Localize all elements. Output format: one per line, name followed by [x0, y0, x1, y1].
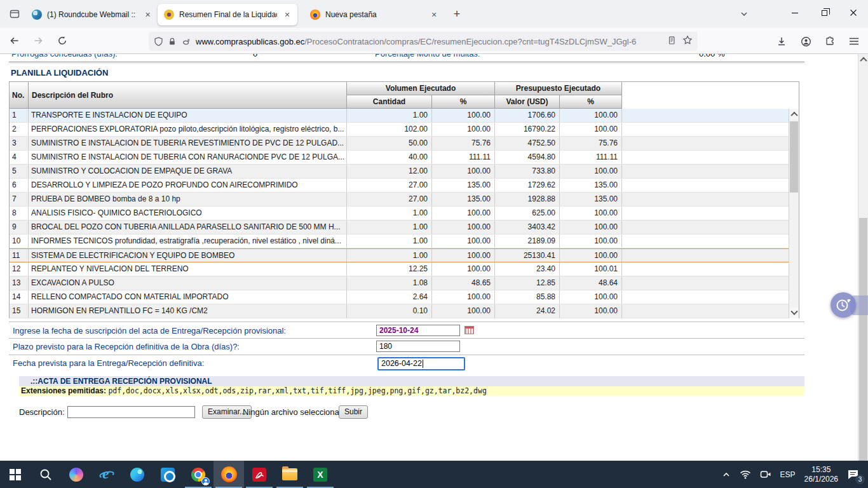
taskbar-search-icon[interactable] [31, 461, 61, 488]
scrollbar-thumb[interactable] [790, 121, 798, 193]
permissions-icon[interactable] [181, 37, 191, 46]
table-scrollbar[interactable] [789, 109, 799, 318]
table-row[interactable]: 6DESARROLLO Y LIMPIEZA DE POZO PROFUNDO … [10, 179, 789, 193]
taskbar-firefox-icon[interactable] [214, 461, 244, 488]
table-row[interactable]: 3SUMINISTRO E INSTALACION DE TUBERIA REV… [10, 137, 789, 151]
tab-title: Nueva pestaña [325, 10, 423, 19]
scroll-up-icon[interactable] [789, 109, 799, 119]
bookmark-star-icon[interactable] [682, 35, 693, 48]
downloads-icon[interactable] [771, 32, 792, 51]
url-bar[interactable]: www.compraspublicas.gob.ec/ProcesoContra… [149, 32, 698, 51]
planilla-table: No. Descripción del Rubro Volumen Ejecut… [9, 81, 799, 318]
row-cantidad: 1.08 [347, 276, 432, 290]
forward-button[interactable] [28, 31, 48, 50]
tab-roundcube[interactable]: (1) Roundcube Webmail :: Entra ✕ [25, 4, 158, 25]
row-no: 15 [10, 304, 29, 318]
row-descripcion: EXCAVACION A PULSO [29, 276, 347, 290]
language-indicator[interactable]: ESP [776, 461, 800, 488]
taskbar-copilot-icon[interactable] [61, 461, 92, 488]
tab-resumen-liquidacion[interactable]: Resumen Final de la Liquidación ✕ [158, 4, 297, 25]
table-row[interactable]: 9BROCAL DEL POZO CON TUBERIA ANILLADA PA… [10, 220, 789, 234]
row-no: 2 [10, 123, 29, 136]
table-row[interactable]: 5SUMINISTRO Y COLOCACION DE EMPAQUE DE G… [10, 165, 789, 179]
row-presupuesto-pct: 48.64 [560, 276, 622, 290]
tracking-shield-icon[interactable] [154, 37, 163, 46]
tab-close-icon[interactable]: ✕ [143, 9, 153, 20]
descripcion-input[interactable] [67, 406, 195, 418]
row-presupuesto-pct: 100.01 [560, 262, 622, 276]
subir-button[interactable]: Subir [339, 405, 368, 419]
scroll-down-icon[interactable] [789, 308, 799, 318]
notification-center-icon[interactable]: 3 [843, 461, 864, 488]
chrome-profile-badge [201, 477, 210, 485]
table-row[interactable]: 10INFORMES TECNICOS profundidad, estrati… [10, 234, 789, 248]
clock[interactable]: 15:35 26/1/2026 [800, 461, 843, 488]
table-row[interactable]: 8ANALISIS FISICO- QUIMICO BACTERIOLOGICO… [10, 207, 789, 220]
taskbar-chrome-icon[interactable] [183, 461, 214, 488]
tray-chevron-up-icon[interactable] [717, 461, 735, 488]
row-presupuesto-pct: 100.00 [560, 234, 622, 248]
restore-button[interactable] [810, 0, 839, 25]
taskbar-internet-explorer-icon[interactable]: e [92, 461, 122, 488]
table-row[interactable]: 12REPLANTEO Y NIVELACION DEL TERRENO12.2… [10, 262, 789, 276]
minimize-button[interactable] [780, 0, 810, 25]
reader-mode-icon[interactable] [667, 36, 676, 48]
tab-title: (1) Roundcube Webmail :: Entra [47, 10, 138, 19]
page-scrollbar-thumb[interactable] [859, 218, 867, 461]
planilla-table-body: 1TRANSPORTE E INSTALACION DE EQUIPO1.001… [10, 109, 789, 318]
url-text: www.compraspublicas.gob.ec/ProcesoContra… [196, 37, 663, 46]
taskbar-acrobat-icon[interactable] [244, 461, 275, 488]
row-volumen-pct: 48.65 [432, 276, 495, 290]
fecha-definitiva-input[interactable]: 2026-04-22 [377, 357, 465, 370]
close-button[interactable] [839, 0, 868, 25]
extensions-permitted-bar: Extensiones pemitidas: pdf,doc,docx,xls,… [19, 386, 804, 396]
meet-now-icon[interactable] [756, 461, 776, 488]
table-row[interactable]: 1TRANSPORTE E INSTALACION DE EQUIPO1.001… [10, 109, 789, 123]
table-row[interactable]: 14RELLENO COMPACTADO CON MATERIAL IMPORT… [10, 290, 789, 304]
menu-hamburger-icon[interactable] [844, 32, 864, 51]
taskbar-excel-icon[interactable]: X [305, 461, 336, 488]
new-tab-button[interactable]: + [447, 4, 466, 24]
wifi-icon[interactable] [735, 461, 756, 488]
row-no: 14 [10, 290, 29, 304]
row-presupuesto-pct: 135.00 [560, 193, 622, 206]
calendar-icon[interactable] [465, 326, 474, 334]
tab-close-icon[interactable]: ✕ [428, 9, 440, 20]
tab-nueva-pestana[interactable]: Nueva pestaña ✕ [304, 4, 445, 25]
tab-close-icon[interactable]: ✕ [282, 9, 292, 20]
reload-button[interactable] [52, 31, 72, 50]
divider [9, 63, 804, 64]
table-row[interactable]: 2PERFORACIONES EXPLORATORIA pozo piloto,… [10, 123, 789, 137]
table-row[interactable]: 4SUMINISTRO E INSTALACION DE TUBERIA CON… [10, 151, 789, 165]
taskbar-edge-icon[interactable] [122, 461, 153, 488]
taskbar-file-explorer-icon[interactable] [275, 461, 305, 488]
row-valor-usd: 3403.42 [495, 220, 560, 234]
firefox-view-button[interactable] [4, 3, 25, 25]
row-valor-usd: 625.00 [495, 207, 560, 220]
account-icon[interactable] [796, 32, 816, 51]
row-descripcion: TRANSPORTE E INSTALACION DE EQUIPO [29, 109, 347, 122]
back-button[interactable] [4, 31, 24, 50]
start-button[interactable] [0, 461, 31, 488]
form-row-fecha-provisional: Ingrese la fecha de suscripción del acta… [9, 322, 804, 339]
row-valor-usd: 733.80 [495, 165, 560, 178]
plazo-input[interactable]: 180 [376, 341, 460, 352]
row-no: 8 [10, 207, 29, 220]
lock-icon[interactable] [168, 37, 177, 46]
row-descripcion: HORMIGON EN REPLANTILLO FC = 140 KG /CM2 [29, 304, 347, 318]
row-volumen-pct: 100.00 [432, 109, 495, 122]
acta-title: .::ACTA DE ENTREGA RECEPCIÓN PROVISIONAL [31, 377, 212, 386]
table-row[interactable]: 7PRUEBA DE BOMBEO bomba de 8 a 10 hp27.0… [10, 193, 789, 207]
fecha-provisional-input[interactable]: 2025-10-24 [376, 325, 460, 336]
table-row[interactable]: 15HORMIGON EN REPLANTILLO FC = 140 KG /C… [10, 304, 789, 318]
table-row[interactable]: 11SISTEMA DE ELECTRIFICACION Y EQUIPO DE… [10, 248, 789, 262]
header-valor-usd: Valor (USD) [495, 95, 560, 109]
extensions-icon[interactable] [820, 32, 840, 51]
page-scrollbar[interactable] [858, 54, 868, 461]
taskbar-outlook-icon[interactable] [153, 461, 183, 488]
tab-list-chevron-icon[interactable] [733, 4, 755, 24]
fecha-definitiva-label: Fecha prevista para la Entrega/Recepción… [13, 358, 204, 368]
page-scroll-up-icon[interactable] [858, 54, 868, 65]
time-tracker-extension-button[interactable] [831, 292, 856, 318]
table-row[interactable]: 13EXCAVACION A PULSO1.0848.6512.8548.64 [10, 276, 789, 290]
